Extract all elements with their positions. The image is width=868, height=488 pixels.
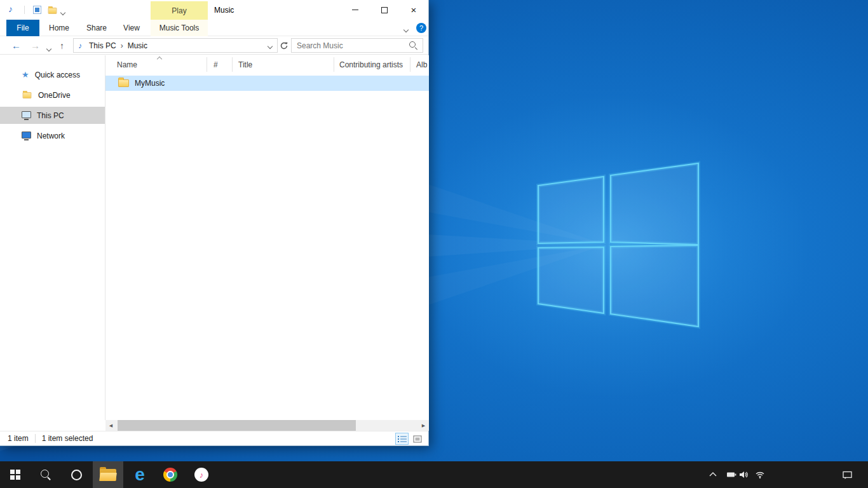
folder-icon <box>48 8 57 14</box>
taskbar: e ♪ <box>0 461 868 488</box>
file-explorer-window: ♪ Play Music × File Home Share View Musi… <box>0 0 429 446</box>
onedrive-folder-icon <box>23 92 32 98</box>
desktop: ♪ Play Music × File Home Share View Musi… <box>0 0 868 488</box>
address-music-icon: ♪ <box>78 41 82 50</box>
column-divider[interactable] <box>410 57 410 72</box>
speaker-icon <box>738 470 749 480</box>
folder-icon <box>118 79 129 87</box>
sidebar-item-label: OneDrive <box>38 91 71 100</box>
minimize-button[interactable] <box>341 0 370 20</box>
tab-share[interactable]: Share <box>79 20 114 36</box>
sidebar-item-network[interactable]: Network <box>0 127 105 144</box>
titlebar[interactable]: ♪ Play Music × <box>0 0 428 20</box>
scroll-left-arrow[interactable]: ◀ <box>105 420 116 431</box>
sort-ascending-icon <box>157 57 162 62</box>
action-center-button[interactable] <box>839 461 855 488</box>
column-header-title[interactable]: Title <box>238 55 252 74</box>
window-controls: × <box>341 0 428 20</box>
forward-button[interactable]: → <box>31 36 40 55</box>
expand-ribbon-chevron-icon[interactable] <box>404 25 408 34</box>
ribbon-tab-row: File Home Share View Music Tools ? <box>0 20 428 36</box>
column-header-album[interactable]: Alb <box>416 55 427 74</box>
taskbar-chrome-button[interactable] <box>155 461 186 488</box>
column-headers: Name # Title Contributing artists Alb <box>105 55 429 74</box>
recent-locations-chevron-icon[interactable] <box>47 44 51 53</box>
chevron-up-icon <box>708 470 718 480</box>
status-bar: 1 item 1 item selected <box>0 431 428 445</box>
windows-start-icon <box>10 470 20 480</box>
window-title: Music <box>214 0 234 20</box>
itunes-icon: ♪ <box>194 468 208 482</box>
navigation-pane: ★ Quick access OneDrive This PC Network <box>0 55 105 420</box>
sidebar-item-this-pc[interactable]: This PC <box>0 107 105 124</box>
column-divider[interactable] <box>334 57 334 72</box>
address-bar[interactable]: ♪ This PC › Music <box>73 38 278 53</box>
cortana-button[interactable] <box>61 461 92 488</box>
back-button[interactable]: ← <box>11 36 21 55</box>
address-dropdown-chevron-icon[interactable] <box>268 41 272 50</box>
up-button[interactable]: ↑ <box>60 36 64 55</box>
search-input[interactable] <box>292 41 409 50</box>
wifi-icon <box>755 470 765 480</box>
taskbar-edge-button[interactable]: e <box>125 461 155 488</box>
taskbar-itunes-button[interactable]: ♪ <box>186 461 217 488</box>
navigation-bar: ← → ↑ ♪ This PC › Music <box>0 36 428 55</box>
breadcrumb-this-pc[interactable]: This PC <box>86 41 119 50</box>
help-button[interactable]: ? <box>416 23 426 33</box>
window-music-icon: ♪ <box>8 4 13 14</box>
column-divider[interactable] <box>207 57 207 72</box>
selection-count: 1 item selected <box>42 434 93 443</box>
file-list-pane: Name # Title Contributing artists Alb My… <box>105 55 429 420</box>
qat-properties-button[interactable] <box>33 6 41 14</box>
details-view-button[interactable] <box>395 433 409 445</box>
file-explorer-icon <box>100 469 116 481</box>
action-center-icon <box>842 470 853 480</box>
chrome-icon <box>163 468 177 482</box>
column-header-contributing-artists[interactable]: Contributing artists <box>339 55 403 74</box>
tab-music-tools[interactable]: Music Tools <box>151 20 208 36</box>
volume-tray-button[interactable] <box>736 461 751 488</box>
sidebar-item-label: This PC <box>37 111 64 120</box>
quick-access-star-icon: ★ <box>22 71 29 79</box>
edge-icon: e <box>135 466 145 484</box>
sidebar-item-label: Quick access <box>35 71 80 79</box>
show-hidden-icons-button[interactable] <box>705 461 721 488</box>
maximize-button[interactable] <box>370 0 399 20</box>
breadcrumb-separator-icon: › <box>119 41 125 50</box>
this-pc-icon <box>22 111 31 118</box>
start-button[interactable] <box>0 461 31 488</box>
network-icon <box>22 132 31 139</box>
sidebar-item-onedrive[interactable]: OneDrive <box>0 86 105 104</box>
item-count: 1 item <box>8 434 29 443</box>
tab-home[interactable]: Home <box>39 20 79 36</box>
sidebar-item-quick-access[interactable]: ★ Quick access <box>0 66 105 83</box>
taskbar-search-button[interactable] <box>31 461 61 488</box>
horizontal-scrollbar[interactable]: ◀ ▶ <box>105 420 429 431</box>
scroll-right-arrow[interactable]: ▶ <box>418 420 429 431</box>
qat-new-folder-button[interactable] <box>47 7 58 17</box>
refresh-button[interactable] <box>280 41 288 52</box>
close-button[interactable]: × <box>399 0 428 20</box>
file-name: MyMusic <box>135 79 165 88</box>
tab-view[interactable]: View <box>114 20 149 36</box>
search-icon[interactable] <box>409 41 417 50</box>
qat-separator <box>24 6 25 14</box>
breadcrumb-music[interactable]: Music <box>125 41 150 50</box>
view-toggles <box>395 433 424 445</box>
column-header-number[interactable]: # <box>214 55 218 74</box>
network-tray-button[interactable] <box>752 461 768 488</box>
scrollbar-thumb[interactable] <box>118 420 356 431</box>
status-divider <box>35 434 36 443</box>
large-icons-view-button[interactable] <box>410 433 424 445</box>
qat-customize-chevron-icon[interactable] <box>61 8 65 17</box>
column-divider[interactable] <box>232 57 233 72</box>
music-tools-play-header[interactable]: Play <box>151 1 208 20</box>
column-header-name[interactable]: Name <box>117 55 137 74</box>
battery-icon <box>726 470 737 480</box>
taskbar-file-explorer-button[interactable] <box>93 461 123 488</box>
file-row-mymusic[interactable]: MyMusic <box>105 76 429 91</box>
sidebar-item-label: Network <box>37 132 65 140</box>
search-box <box>291 38 423 53</box>
tab-file[interactable]: File <box>6 20 39 36</box>
cortana-icon <box>71 470 82 480</box>
